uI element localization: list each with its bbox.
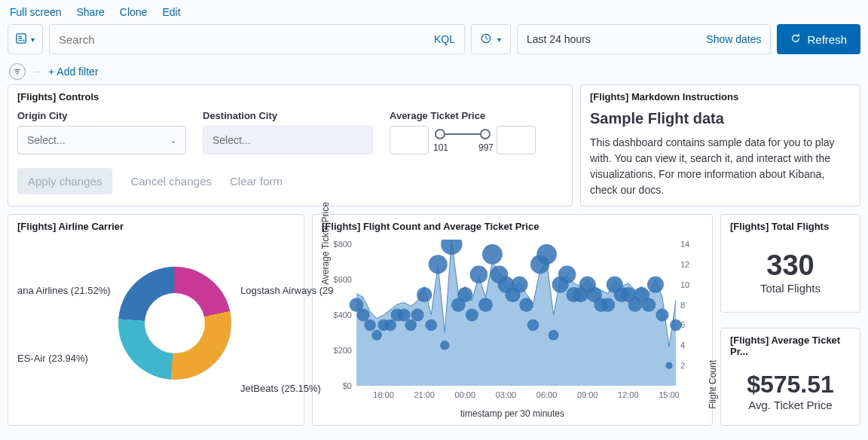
index-pattern-button[interactable]: ▾ <box>8 24 43 54</box>
svg-point-34 <box>478 298 493 312</box>
date-range-label: Last 24 hours <box>527 33 591 45</box>
panel-total-flights: [Flights] Total Flights 330 Total Flight… <box>720 214 860 313</box>
share-link[interactable]: Share <box>76 6 104 18</box>
slider-handle-max[interactable] <box>480 129 491 139</box>
search-box[interactable]: KQL <box>49 24 465 54</box>
svg-point-58 <box>642 298 656 312</box>
markdown-body: This dashboard contains sample data for … <box>590 135 851 198</box>
svg-text:$800: $800 <box>334 240 352 249</box>
svg-text:18:00: 18:00 <box>373 390 394 399</box>
svg-text:12:00: 12:00 <box>618 390 639 399</box>
svg-point-32 <box>466 308 478 321</box>
svg-point-26 <box>425 319 437 332</box>
svg-point-23 <box>405 319 417 332</box>
svg-text:4: 4 <box>680 341 685 350</box>
price-slider[interactable]: 101 997 <box>435 126 491 154</box>
show-dates-link[interactable]: Show dates <box>706 33 761 45</box>
svg-point-20 <box>384 319 396 332</box>
date-range-button[interactable]: Last 24 hours Show dates <box>517 24 771 54</box>
donut-label: JetBeats (25.15%) <box>240 383 321 394</box>
select-placeholder: Select... <box>27 134 66 146</box>
cancel-changes-button[interactable]: Cancel changes <box>130 175 212 188</box>
filter-options-button[interactable] <box>9 63 26 80</box>
svg-text:03:00: 03:00 <box>496 390 517 399</box>
svg-point-60 <box>656 308 668 321</box>
donut-label: Logstash Airways (29 <box>240 285 334 296</box>
svg-text:$400: $400 <box>334 310 352 319</box>
chevron-down-icon: ⌄ <box>170 136 176 145</box>
panel-title: [Flights] Flight Count and Average Ticke… <box>322 221 703 232</box>
metric-value: $575.51 <box>747 371 834 399</box>
price-max-input[interactable] <box>497 126 536 154</box>
filter-bar: + Add filter <box>0 60 868 84</box>
metric-label: Avg. Ticket Price <box>748 399 832 411</box>
svg-point-46 <box>558 265 576 283</box>
clear-form-button[interactable]: Clear form <box>230 175 283 188</box>
origin-city-label: Origin City <box>17 110 186 121</box>
svg-text:21:00: 21:00 <box>414 390 435 399</box>
svg-text:00:00: 00:00 <box>455 390 476 399</box>
docs-link[interactable]: docs <box>639 184 662 196</box>
svg-text:12: 12 <box>680 260 689 269</box>
clock-icon <box>481 33 491 46</box>
svg-point-41 <box>527 319 539 332</box>
svg-text:09:00: 09:00 <box>577 390 598 399</box>
clone-link[interactable]: Clone <box>120 6 148 18</box>
metric-label: Total Flights <box>760 282 821 295</box>
svg-point-35 <box>482 244 503 264</box>
svg-point-24 <box>411 308 424 321</box>
svg-text:2: 2 <box>680 361 685 370</box>
origin-city-select[interactable]: Select... ⌄ <box>17 126 186 154</box>
svg-point-39 <box>512 277 528 293</box>
avg-price-label: Average Ticket Price <box>390 110 560 121</box>
svg-point-44 <box>549 330 559 341</box>
refresh-icon <box>790 33 801 46</box>
svg-text:06:00: 06:00 <box>536 390 558 399</box>
svg-point-18 <box>371 330 382 341</box>
x-axis-label: timestamp per 30 minutes <box>322 408 703 419</box>
query-lang-button[interactable]: KQL <box>425 33 464 45</box>
svg-point-52 <box>601 298 615 312</box>
donut-label: ES-Air (23.94%) <box>17 353 88 364</box>
svg-point-33 <box>470 265 488 283</box>
svg-text:$200: $200 <box>334 346 352 355</box>
chevron-down-icon: ▾ <box>497 35 501 44</box>
panel-airline-carrier: [Flights] Airline Carrier ana Airlines (… <box>8 214 304 426</box>
refresh-button[interactable]: Refresh <box>777 24 860 54</box>
slider-min-label: 101 <box>433 142 448 153</box>
markdown-text: . <box>661 184 664 196</box>
svg-point-29 <box>441 240 462 255</box>
slider-max-label: 997 <box>478 142 494 153</box>
svg-point-31 <box>457 287 472 302</box>
svg-point-43 <box>536 244 557 264</box>
add-filter-button[interactable]: + Add filter <box>48 66 99 78</box>
edit-link[interactable]: Edit <box>162 6 180 18</box>
date-quick-button[interactable]: ▾ <box>471 24 511 54</box>
divider <box>33 72 41 72</box>
slider-handle-min[interactable] <box>435 129 445 139</box>
svg-text:8: 8 <box>680 301 685 310</box>
area-bubble-chart[interactable]: $0$200$400$600$800246810121418:0021:0000… <box>322 240 700 407</box>
svg-point-25 <box>417 287 432 302</box>
search-input[interactable] <box>50 33 425 46</box>
svg-text:$600: $600 <box>334 275 352 284</box>
donut-chart[interactable] <box>118 267 231 380</box>
y2-axis-label: Flight Count <box>708 360 718 409</box>
chevron-down-icon: ▾ <box>31 35 35 44</box>
svg-point-61 <box>665 362 672 369</box>
panel-title: [Flights] Markdown Instructions <box>590 91 851 102</box>
price-min-input[interactable] <box>390 126 429 154</box>
dest-city-select[interactable]: Select... <box>203 126 373 154</box>
apply-changes-button[interactable]: Apply changes <box>17 168 112 194</box>
svg-point-40 <box>519 298 533 312</box>
svg-point-17 <box>364 319 376 332</box>
panel-markdown: [Flights] Markdown Instructions Sample F… <box>580 84 860 206</box>
panel-title: [Flights] Average Ticket Pr... <box>730 335 851 357</box>
svg-point-22 <box>398 308 411 321</box>
panel-avg-ticket: [Flights] Average Ticket Pr... $575.51 A… <box>720 328 860 426</box>
fullscreen-link[interactable]: Full screen <box>10 6 61 18</box>
refresh-label: Refresh <box>807 33 847 46</box>
svg-point-1 <box>23 39 24 41</box>
top-links: Full screen Share Clone Edit <box>0 0 868 24</box>
svg-point-27 <box>429 255 448 273</box>
